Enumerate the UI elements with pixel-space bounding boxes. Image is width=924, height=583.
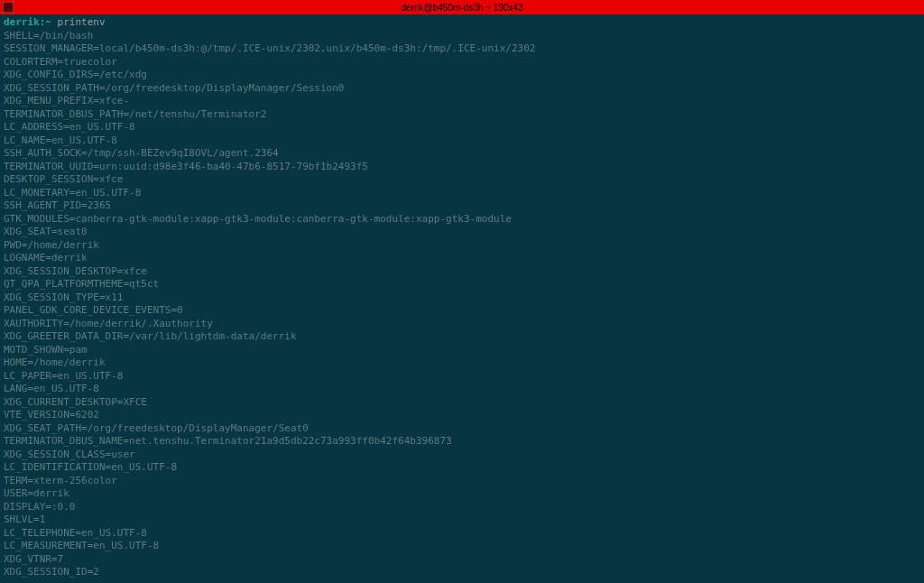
env-var-line: LC_IDENTIFICATION=en_US.UTF-8 bbox=[4, 461, 920, 475]
env-var-line: SESSION_MANAGER=local/b450m-ds3h:@/tmp/.… bbox=[4, 42, 920, 56]
command-output: SHELL=/bin/bashSESSION_MANAGER=local/b45… bbox=[4, 30, 920, 579]
env-var-line: HOME=/home/derrik bbox=[4, 356, 920, 370]
prompt-separator bbox=[51, 16, 58, 28]
env-var-line: XDG_SESSION_PATH=/org/freedesktop/Displa… bbox=[4, 82, 920, 96]
svg-rect-1 bbox=[4, 3, 8, 7]
env-var-line: DESKTOP_SESSION=xfce bbox=[4, 173, 920, 187]
env-var-line: MOTD_SHOWN=pam bbox=[4, 344, 920, 357]
env-var-line: TERMINATOR_DBUS_PATH=/net/tenshu/Termina… bbox=[4, 108, 920, 122]
window-title: derrik@b450m-ds3h ~ 190x43 bbox=[402, 3, 523, 13]
env-var-line: LC_MONETARY=en_US.UTF-8 bbox=[4, 187, 920, 200]
env-var-line: XDG_VTNR=7 bbox=[4, 553, 920, 567]
env-var-line: PWD=/home/derrik bbox=[4, 239, 920, 253]
env-var-line: LC_MEASUREMENT=en_US.UTF-8 bbox=[4, 540, 920, 553]
env-var-line: XAUTHORITY=/home/derrik/.Xauthority bbox=[4, 318, 920, 331]
svg-rect-2 bbox=[9, 3, 14, 7]
env-var-line: TERMINATOR_UUID=urn:uuid:d98e3f46-ba40-4… bbox=[4, 161, 920, 174]
prompt-line: derrik:~ printenv bbox=[4, 16, 920, 30]
env-var-line: COLORTERM=truecolor bbox=[4, 56, 920, 69]
env-var-line: XDG_GREETER_DATA_DIR=/var/lib/lightdm-da… bbox=[4, 330, 920, 344]
env-var-line: XDG_SESSION_ID=2 bbox=[4, 566, 920, 579]
env-var-line: DISPLAY=:0.0 bbox=[4, 501, 920, 514]
env-var-line: XDG_SESSION_DESKTOP=xfce bbox=[4, 265, 920, 279]
command-text: printenv bbox=[58, 16, 106, 28]
env-var-line: PANEL_GDK_CORE_DEVICE_EVENTS=0 bbox=[4, 304, 920, 318]
prompt-userhost: derrik:~ bbox=[4, 16, 51, 28]
env-var-line: QT_QPA_PLATFORMTHEME=qt5ct bbox=[4, 278, 920, 292]
env-var-line: LOGNAME=derrik bbox=[4, 252, 920, 265]
env-var-line: XDG_CONFIG_DIRS=/etc/xdg bbox=[4, 69, 920, 82]
env-var-line: XDG_CURRENT_DESKTOP=XFCE bbox=[4, 396, 920, 410]
env-var-line: LC_TELEPHONE=en_US.UTF-8 bbox=[4, 527, 920, 541]
env-var-line: TERMINATOR_DBUS_NAME=net.tenshu.Terminat… bbox=[4, 435, 920, 449]
env-var-line: LC_PAPER=en_US.UTF-8 bbox=[4, 370, 920, 384]
env-var-line: LC_NAME=en_US.UTF-8 bbox=[4, 134, 920, 148]
env-var-line: SHELL=/bin/bash bbox=[4, 30, 920, 43]
env-var-line: LC_ADDRESS=en_US.UTF-8 bbox=[4, 121, 920, 134]
env-var-line: XDG_MENU_PREFIX=xfce- bbox=[4, 95, 920, 108]
env-var-line: XDG_SESSION_TYPE=x11 bbox=[4, 292, 920, 305]
env-var-line: LANG=en_US.UTF-8 bbox=[4, 383, 920, 396]
terminal-area[interactable]: derrik:~ printenv SHELL=/bin/bashSESSION… bbox=[0, 14, 924, 583]
terminator-icon bbox=[2, 1, 14, 14]
svg-rect-3 bbox=[4, 8, 13, 13]
env-var-line: XDG_SEAT_PATH=/org/freedesktop/DisplayMa… bbox=[4, 422, 920, 436]
env-var-line: TERM=xterm-256color bbox=[4, 475, 920, 488]
window-titlebar: derrik@b450m-ds3h ~ 190x43 bbox=[0, 0, 924, 14]
env-var-line: SSH_AUTH_SOCK=/tmp/ssh-BEZev9qI8OVL/agen… bbox=[4, 147, 920, 161]
env-var-line: VTE_VERSION=6202 bbox=[4, 409, 920, 422]
env-var-line: GTK_MODULES=canberra-gtk-module:xapp-gtk… bbox=[4, 213, 920, 227]
env-var-line: USER=derrik bbox=[4, 487, 920, 501]
env-var-line: XDG_SESSION_CLASS=user bbox=[4, 449, 920, 462]
env-var-line: SHLVL=1 bbox=[4, 514, 920, 527]
env-var-line: SSH_AGENT_PID=2365 bbox=[4, 199, 920, 213]
env-var-line: XDG_SEAT=seat0 bbox=[4, 226, 920, 239]
